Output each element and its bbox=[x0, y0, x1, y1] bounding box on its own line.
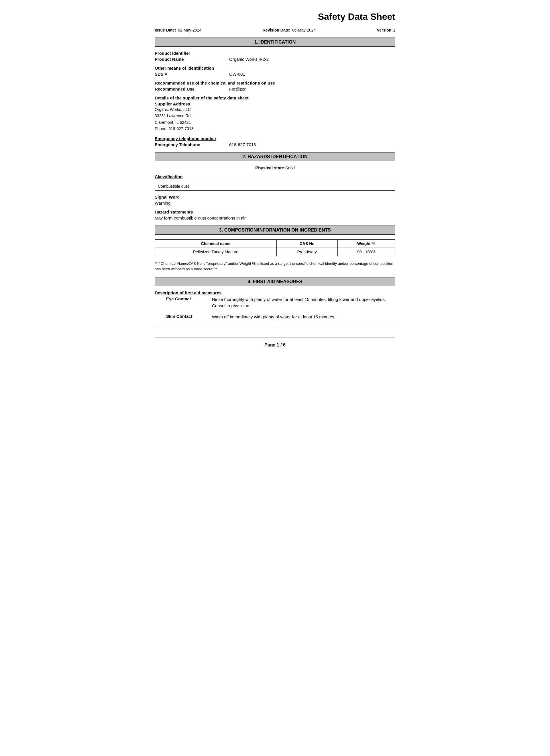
product-identifier-title: Product identifier bbox=[155, 51, 395, 56]
sds-value: OW-001 bbox=[229, 72, 395, 77]
emergency-phone-row: Emergency Telephone 618-627-7013 bbox=[155, 142, 395, 147]
section2-header: 2. HAZARDS IDENTIFICATION bbox=[155, 152, 395, 161]
composition-table: Chemical name CAS No Weight-% Pelletized… bbox=[155, 239, 395, 256]
supplier-address-label: Supplier Address bbox=[155, 101, 395, 106]
first-aid-label: Skin Contact bbox=[155, 314, 212, 320]
sds-label: SDS # bbox=[155, 72, 229, 77]
col-cas-no: CAS No bbox=[277, 239, 337, 248]
first-aid-items: Eye ContactRinse thoroughly with plenty … bbox=[155, 296, 395, 320]
supplier-street: 33231 Lawrence Rd. bbox=[155, 113, 395, 119]
revision-date-label: Revision Date: bbox=[263, 28, 290, 32]
first-aid-item: Skin ContactWash off immediately with pl… bbox=[155, 314, 395, 320]
composition-footnote: **If Chemical Name/CAS No is "proprietar… bbox=[155, 261, 395, 272]
first-aid-description-group: Description of first aid measures Eye Co… bbox=[155, 290, 395, 320]
cas-no-cell: Proprietary bbox=[277, 248, 337, 256]
recommended-use-group: Recommended use of the chemical and rest… bbox=[155, 81, 395, 91]
other-means-group: Other means of identification SDS # OW-0… bbox=[155, 66, 395, 77]
supplier-city: Claremont, IL 62421 bbox=[155, 119, 395, 126]
issue-date-group: Issue Date: 01-May-2024 bbox=[155, 28, 202, 32]
physical-state-row: Physical state Solid bbox=[155, 165, 395, 170]
supplier-phone: Phone: 618-627-7013 bbox=[155, 126, 395, 132]
revision-date-group: Revision Date: 06-May-2024 bbox=[263, 28, 316, 32]
col-weight-percent: Weight-% bbox=[337, 239, 395, 248]
classification-title: Classification bbox=[155, 174, 395, 179]
emergency-phone-label: Emergency Telephone bbox=[155, 142, 229, 147]
hazard-statements-title: Hazard statements bbox=[155, 209, 395, 214]
physical-state-value-text: Solid bbox=[285, 165, 294, 170]
section1-header: 1. IDENTIFICATION bbox=[155, 38, 395, 47]
recommended-use-label: Recommended Use bbox=[155, 87, 229, 91]
issue-date-label: Issue Date: bbox=[155, 28, 176, 32]
page-title: Safety Data Sheet bbox=[155, 11, 395, 22]
table-row: Pelletized Turkey ManureProprietary90 - … bbox=[155, 248, 395, 256]
sds-row: SDS # OW-001 bbox=[155, 72, 395, 77]
weight-percent-cell: 90 - 100% bbox=[337, 248, 395, 256]
recommended-use-title: Recommended use of the chemical and rest… bbox=[155, 81, 395, 85]
section4-header: 4. FIRST AID MEASURES bbox=[155, 277, 395, 286]
version-group: Version 1 bbox=[377, 28, 395, 32]
first-aid-item: Eye ContactRinse thoroughly with plenty … bbox=[155, 296, 395, 309]
signal-word-title: Signal Word bbox=[155, 195, 395, 199]
signal-word-value: Warning bbox=[155, 201, 395, 205]
col-chemical-name: Chemical name bbox=[155, 239, 277, 248]
meta-row: Issue Date: 01-May-2024 Revision Date: 0… bbox=[155, 28, 395, 32]
supplier-details-group: Details of the supplier of the safety da… bbox=[155, 95, 395, 132]
emergency-phone-title: Emergency telephone number bbox=[155, 136, 395, 141]
product-name-value: Organic Works 4-2-2 bbox=[229, 57, 395, 62]
first-aid-value: Wash off immediately with plenty of wate… bbox=[212, 314, 395, 320]
hazard-statements-group: Hazard statements May form combustible d… bbox=[155, 209, 395, 220]
recommended-use-row: Recommended Use Fertilizer. bbox=[155, 87, 395, 91]
revision-date-value: 06-May-2024 bbox=[292, 28, 316, 32]
classification-box: Combustible dust bbox=[155, 182, 395, 191]
first-aid-description-title: Description of first aid measures bbox=[155, 290, 395, 295]
version-value: 1 bbox=[393, 28, 395, 32]
signal-word-group: Signal Word Warning bbox=[155, 195, 395, 205]
chemical-name-cell: Pelletized Turkey Manure bbox=[155, 248, 277, 256]
product-name-row: Product Name Organic Works 4-2-2 bbox=[155, 57, 395, 62]
first-aid-value: Rinse thoroughly with plenty of water fo… bbox=[212, 296, 395, 309]
supplier-details-title: Details of the supplier of the safety da… bbox=[155, 95, 395, 100]
classification-group: Classification Combustible dust bbox=[155, 174, 395, 191]
hazard-statements-value: May form combustible dust concentrations… bbox=[155, 216, 395, 220]
physical-state-label: Physical state bbox=[255, 165, 284, 170]
page-footer: Page 1 / 6 bbox=[155, 338, 395, 348]
recommended-use-value: Fertilizer. bbox=[229, 87, 395, 91]
supplier-name: Organic Works, LLC bbox=[155, 106, 395, 113]
product-identifier-group: Product identifier Product Name Organic … bbox=[155, 51, 395, 62]
product-name-label: Product Name bbox=[155, 57, 229, 62]
other-means-title: Other means of identification bbox=[155, 66, 395, 70]
emergency-phone-value: 618-627-7013 bbox=[229, 142, 395, 147]
issue-date-value: 01-May-2024 bbox=[178, 28, 202, 32]
supplier-address-block: Organic Works, LLC 33231 Lawrence Rd. Cl… bbox=[155, 106, 395, 132]
version-label: Version bbox=[377, 28, 391, 32]
section3-header: 3. COMPOSITION/INFORMATION ON INGREDIENT… bbox=[155, 226, 395, 235]
emergency-phone-group: Emergency telephone number Emergency Tel… bbox=[155, 136, 395, 147]
composition-table-header-row: Chemical name CAS No Weight-% bbox=[155, 239, 395, 248]
first-aid-label: Eye Contact bbox=[155, 296, 212, 309]
